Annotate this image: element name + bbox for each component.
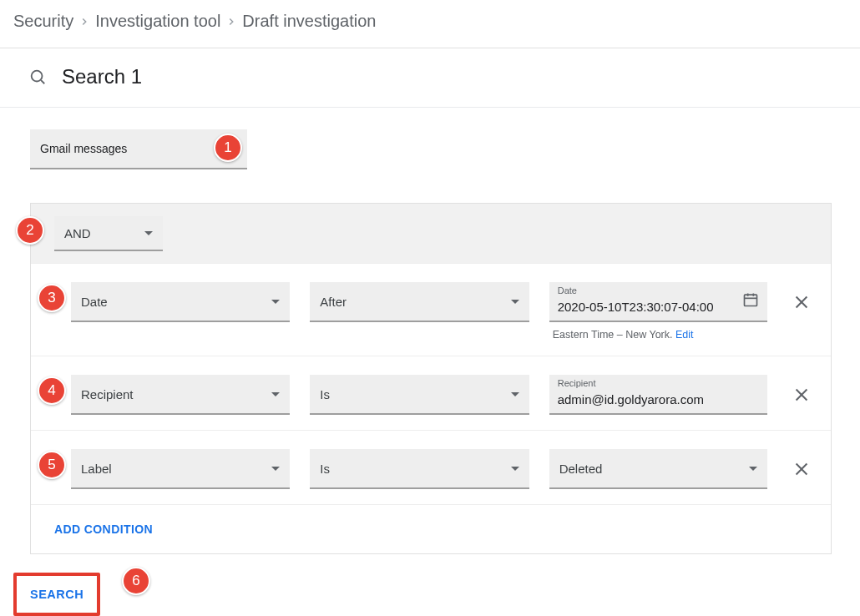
add-condition-row: ADD CONDITION xyxy=(31,504,831,553)
chevron-down-icon xyxy=(511,392,519,396)
condition-row: 5 Label Is Deleted xyxy=(31,430,831,504)
condition-value: 2020-05-10T23:30:07-04:00 xyxy=(558,290,714,314)
condition-row: 4 Recipient Is Recipient admin@id.goldya… xyxy=(31,356,831,430)
chevron-down-icon xyxy=(511,300,519,304)
conditions-panel: 2 AND 3 Date After Date 2020-05-10T23:30… xyxy=(30,203,832,554)
title-bar: Search 1 xyxy=(0,48,860,108)
svg-point-0 xyxy=(32,71,43,82)
field-label: Recipient xyxy=(558,378,596,388)
annotation-badge: 5 xyxy=(38,451,66,479)
condition-field-value: Date xyxy=(81,295,108,309)
svg-line-1 xyxy=(41,80,44,83)
logic-operator-value: AND xyxy=(64,226,91,240)
edit-timezone-link[interactable]: Edit xyxy=(675,329,694,341)
page-title: Search 1 xyxy=(62,65,142,88)
condition-field-value: Recipient xyxy=(81,387,134,401)
annotation-badge: 6 xyxy=(122,567,150,595)
breadcrumb-item[interactable]: Draft investigation xyxy=(242,12,376,31)
search-button[interactable]: SEARCH xyxy=(18,578,95,611)
chevron-down-icon xyxy=(271,300,280,304)
condition-operator-select[interactable]: Is xyxy=(310,449,529,489)
chevron-down-icon xyxy=(144,231,153,235)
search-button-highlight: SEARCH xyxy=(13,573,100,616)
condition-operator-value: Is xyxy=(320,387,330,401)
chevron-down-icon xyxy=(271,467,280,471)
search-icon xyxy=(28,68,47,86)
breadcrumb: Security Investigation tool Draft invest… xyxy=(0,0,860,48)
logic-operator-select[interactable]: AND xyxy=(54,216,163,251)
search-builder: Gmail messages 1 2 AND 3 Date After xyxy=(0,108,860,616)
remove-condition-button[interactable] xyxy=(787,454,816,484)
condition-operator-select[interactable]: Is xyxy=(310,375,529,415)
calendar-icon[interactable] xyxy=(742,291,759,311)
condition-value: Deleted xyxy=(559,462,603,476)
annotation-badge: 4 xyxy=(38,376,66,405)
condition-field-select[interactable]: Date xyxy=(71,282,290,322)
chevron-right-icon xyxy=(78,16,90,28)
annotation-badge: 3 xyxy=(38,284,66,312)
condition-value-input[interactable]: Date 2020-05-10T23:30:07-04:00 xyxy=(549,282,767,322)
remove-condition-button[interactable] xyxy=(787,287,816,317)
condition-field-select[interactable]: Label xyxy=(71,449,290,489)
chevron-right-icon xyxy=(225,16,237,28)
condition-operator-value: Is xyxy=(320,462,330,476)
condition-row: 3 Date After Date 2020-05-10T23:30:07-04… xyxy=(31,263,831,356)
condition-field-value: Label xyxy=(81,462,112,476)
svg-rect-2 xyxy=(744,295,756,305)
condition-operator-select[interactable]: After xyxy=(310,282,529,322)
chevron-down-icon xyxy=(749,467,757,471)
condition-value-select[interactable]: Deleted xyxy=(549,449,767,489)
remove-condition-button[interactable] xyxy=(787,380,816,410)
field-label: Date xyxy=(558,285,577,295)
breadcrumb-item[interactable]: Investigation tool xyxy=(95,12,220,31)
chevron-down-icon xyxy=(511,467,519,471)
breadcrumb-item[interactable]: Security xyxy=(13,12,73,31)
annotation-badge: 2 xyxy=(16,216,44,245)
chevron-down-icon xyxy=(271,392,280,396)
timezone-hint: Eastern Time – New York. Edit xyxy=(549,329,767,341)
add-condition-button[interactable]: ADD CONDITION xyxy=(54,523,153,536)
condition-operator-value: After xyxy=(320,295,347,309)
annotation-badge: 1 xyxy=(214,134,242,162)
condition-value-input[interactable]: Recipient admin@id.goldyarora.com xyxy=(549,375,767,415)
condition-field-select[interactable]: Recipient xyxy=(71,375,290,415)
data-source-value: Gmail messages xyxy=(40,142,127,155)
